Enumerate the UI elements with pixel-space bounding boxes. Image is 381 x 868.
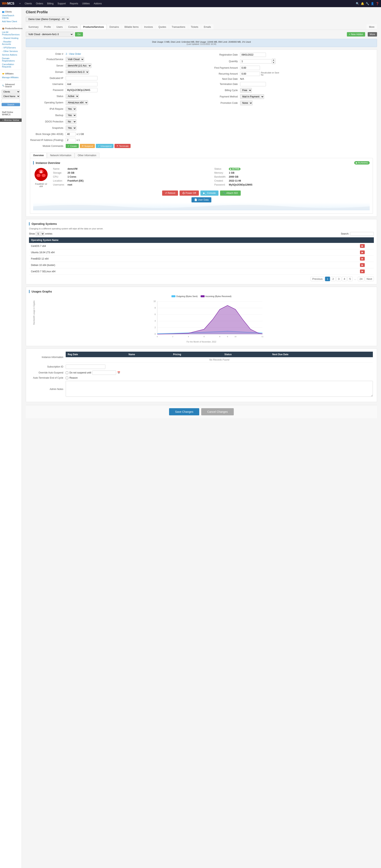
sidebar-reseller-accounts[interactable]: - Reseller Accounts [0,40,22,46]
help-icon[interactable]: ❓ [376,2,379,5]
search-button[interactable]: Search [2,103,20,106]
os-select-button[interactable]: ▶ [360,270,365,273]
service-selector[interactable]: Vultr Cloud - demovm-fsn1-3 [26,32,73,37]
tab-profile[interactable]: Profile [41,24,53,30]
tab-billable-items[interactable]: Billable Items [122,24,141,30]
payment-method-select[interactable]: Mail In Payment [240,94,264,99]
page-24-button[interactable]: 24 [358,277,364,281]
tab-summary[interactable]: Summary [26,24,41,30]
power-off-button[interactable]: ⏻ Power Off [180,190,199,196]
reboot-button[interactable]: ↺ Reboot [162,190,178,196]
ddos-select[interactable]: NoYes [66,119,76,124]
show-select[interactable]: 51025 [35,232,44,236]
search-type-select[interactable]: Clients Orders [2,90,20,94]
username-input[interactable] [66,82,97,86]
bell-icon[interactable]: 🔔 [361,2,364,5]
os-select-button[interactable]: ▶ [360,257,365,260]
sidebar-vps-servers[interactable]: - VPS/Servers [0,46,22,50]
console-button[interactable]: ▶_ Console [200,190,219,196]
inner-tab-other[interactable]: Other Information [74,153,99,158]
sidebar-add-client[interactable]: Add New Client [0,20,22,23]
tab-quotes[interactable]: Quotes [156,24,169,30]
os-search-input[interactable] [350,232,374,236]
status-select[interactable]: Active [66,94,79,99]
page-4-button[interactable]: 4 [342,277,347,281]
sidebar-list-products[interactable]: List All Products/Services [0,30,22,36]
sidebar-view-clients[interactable]: View/Search Clients [0,14,22,20]
qty-down-button[interactable]: ▼ [272,61,276,64]
tab-tickets[interactable]: Tickets [188,24,201,30]
suspend-until-input[interactable] [92,371,116,375]
inner-tab-network[interactable]: Network Information [47,153,74,158]
product-service-select[interactable]: Vultr Cloud [66,57,84,62]
dedicated-ip-input[interactable] [66,76,97,81]
inner-tab-overview[interactable]: Overview [30,153,47,158]
page-5-button[interactable]: 5 [347,277,352,281]
client-selector[interactable]: Demo User (Demo Company) - #1 [26,17,70,22]
search-input[interactable] [2,99,20,102]
reg-date-input[interactable] [240,53,266,57]
nav-orders[interactable]: Orders [34,0,45,7]
sidebar-shared-hosting[interactable]: - Shared Hosting [0,36,22,40]
backup-select[interactable]: YesNo [66,113,76,118]
new-addon-button[interactable]: + New Addon [347,32,365,36]
search-field-select[interactable]: Client Name [2,94,20,98]
os-select-button[interactable]: ▶ [360,250,365,254]
auto-terminate-checkbox[interactable] [66,377,68,379]
unsuspend-button[interactable]: ✓ Unsuspend [96,144,114,148]
os-select[interactable]: AlmaLinux x64 [66,100,88,105]
os-select-button[interactable]: ▶ [360,263,365,267]
cancel-changes-button[interactable]: Cancel Changes [201,408,234,415]
page-1-button[interactable]: 1 [325,277,330,281]
more-button[interactable]: More [368,32,377,36]
calendar-icon[interactable]: 📅 [117,371,120,374]
nav-support[interactable]: Support [56,0,68,7]
nav-clients[interactable]: Clients [23,0,34,7]
sidebar-service-addons[interactable]: Service Addons [0,53,22,57]
go-button[interactable]: Go [75,32,83,36]
admin-notes-textarea[interactable] [66,381,373,397]
recurring-input[interactable] [240,72,260,76]
tab-emails[interactable]: Emails [201,24,214,30]
block-storage-qty-input[interactable] [66,132,75,136]
tab-invoices[interactable]: Invoices [142,24,156,30]
terminate-button[interactable]: ✕ Terminate [115,144,131,148]
promotion-code-select[interactable]: None [240,101,253,105]
minimise-sidebar-button[interactable]: + Minimise Sidebar [0,119,22,122]
tab-transactions[interactable]: Transactions [169,24,188,30]
search-icon[interactable]: 🔍 [356,2,359,5]
nav-billing[interactable]: Billing [45,0,56,7]
logo[interactable]: WHMCS [2,2,14,5]
next-page-button[interactable]: Next [365,277,374,281]
attach-iso-button[interactable]: 📎 Attach ISO [220,190,241,196]
server-select[interactable]: demoVM (1/1 Acc [66,63,92,68]
tab-products-services[interactable]: Products/Services [81,24,106,30]
first-payment-input[interactable] [240,66,260,70]
override-auto-suspend-checkbox[interactable] [66,371,68,374]
view-order-link[interactable]: 2 - View Order [66,53,81,55]
nav-reports[interactable]: Reports [68,0,80,7]
sidebar-other-services[interactable]: - Other Services [0,50,22,53]
user-data-button[interactable]: 📄 User Data [191,197,211,203]
sidebar-manage-affiliates[interactable]: Manage Affiliates [0,75,22,79]
quantity-input[interactable] [240,59,272,63]
subscription-id-input[interactable] [66,365,105,369]
snapshots-select[interactable]: YesNo [66,126,76,130]
qty-up-button[interactable]: ▲ [272,59,276,61]
suspend-button[interactable]: ⊘ Suspend [80,144,95,148]
page-3-button[interactable]: 3 [336,277,341,281]
create-button[interactable]: ✓ Create [66,144,79,148]
tab-users[interactable]: Users [54,24,65,30]
tools-icon[interactable]: 🔧 [366,2,369,5]
password-input[interactable] [66,88,97,92]
user-icon[interactable]: 👤 [371,2,374,5]
termination-date-input[interactable] [240,82,266,86]
tab-contacts[interactable]: Contacts [66,24,80,30]
sidebar-cancellation-requests[interactable]: Cancellation Requests [0,63,22,68]
nav-addons[interactable]: Addons [92,0,104,7]
sidebar-domain-registrations[interactable]: Domain Registrations [0,57,22,63]
billing-cycle-select[interactable]: Free [240,88,252,93]
ipv6-select[interactable]: YesNo [66,106,76,111]
os-select-button[interactable]: ▶ [360,244,365,248]
save-changes-button[interactable]: Save Changes [169,408,199,415]
